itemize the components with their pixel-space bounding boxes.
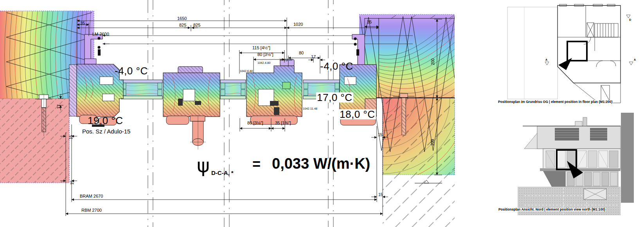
dim-bram-2670: BRAM 2670 <box>80 194 103 198</box>
dim-35-sill: 35 [1⅜″] <box>275 121 291 125</box>
mullion-b-frame <box>246 59 302 124</box>
dim-15-right-low: 15 <box>378 193 383 197</box>
dim-200-top: 200 <box>431 58 435 65</box>
dim-15-right-mid: 15 <box>378 133 382 137</box>
dim-15-left-mid: 15 <box>69 135 73 139</box>
plan-marker-a-right: A <box>634 58 636 61</box>
part-number-1042-4-80: 1042.4.80 <box>257 61 270 65</box>
dim-825-b: 825 <box>193 23 200 27</box>
temperature-exterior-left: -4,0 °C <box>115 66 148 76</box>
dim-15-left-low: 15 <box>70 180 74 185</box>
substructure-concrete <box>383 175 455 227</box>
floor-plan-panel <box>507 4 633 103</box>
part-number-1042-6-80: 1042.6.80 <box>240 70 253 73</box>
dim-35-left: 35 <box>80 21 85 25</box>
thermal-detail-sheet: 35 LM 2600 1650 825 825 1020 115 [4½″] 8… <box>0 0 644 227</box>
mullion-a-frame <box>163 67 220 150</box>
elevation-panel <box>518 113 634 215</box>
elevation-caption: Positionsplan Ansicht. Nord | element po… <box>498 208 606 211</box>
dim-825-a: 825 <box>179 23 186 27</box>
dim-80-inch: 80 [3⅛″] <box>257 52 273 57</box>
temperature-sill-inner: 18,0 °C <box>339 109 376 119</box>
position-label: Pos. Sz / Adulo-15 <box>82 128 130 134</box>
dim-1020: 1020 <box>293 22 303 27</box>
formula-value: 0,033 W/(m·K) <box>272 156 370 171</box>
glazing-strips <box>121 80 340 99</box>
part-number-1042-11-48: 1042.11.48 <box>303 107 317 110</box>
dim-115-inch: 115 [4½″] <box>252 46 270 50</box>
dim-lm-2600: LM 2600 <box>92 32 109 36</box>
dim-rbm-2700: RBM 2700 <box>81 208 102 213</box>
plan-marker-d: D <box>629 18 631 21</box>
temperature-frame-inner: 17,0 °C <box>316 92 353 103</box>
dim-17: 17 <box>311 55 316 59</box>
dim-80-sill: 80 [3⅛″] <box>247 121 263 125</box>
floor-plan-caption: Positionsplan im Grundriss OG | element … <box>497 100 613 104</box>
dim-200-bottom: 200 <box>431 139 435 146</box>
dim-17-left-vertical: 17 <box>57 104 61 109</box>
temperature-exterior-right: -4,0 °C <box>320 61 353 71</box>
dim-35-right: 35 <box>367 20 372 24</box>
formula-equals: = <box>252 157 261 171</box>
dim-80: 80 <box>299 51 304 55</box>
temperature-interior: 19,0 °C <box>88 115 123 126</box>
formula-psi-symbol: ψ <box>197 156 210 175</box>
plan-marker-a-left: A <box>545 58 547 61</box>
part-number-1042-2-80: 1042.2.80 <box>279 58 292 61</box>
dim-1650: 1650 <box>177 16 187 21</box>
formula-subscript: D-C-A, * <box>211 170 234 176</box>
